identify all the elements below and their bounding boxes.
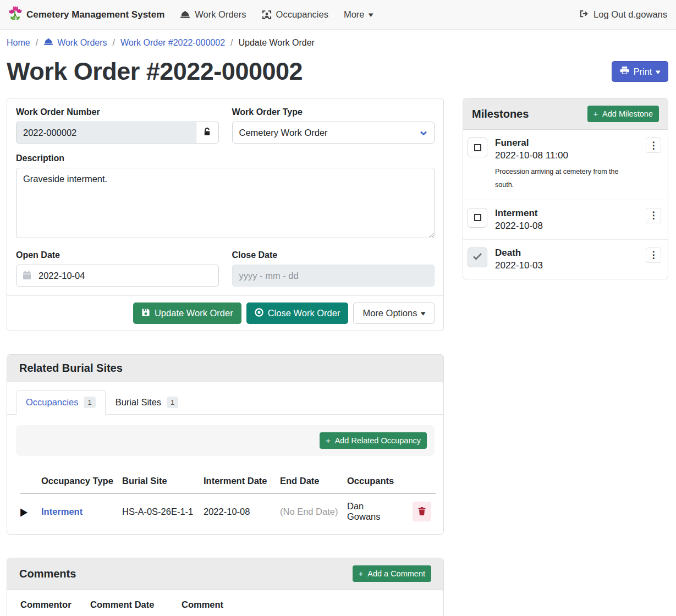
unlock-icon (203, 127, 211, 138)
close-work-order-button[interactable]: Close Work Order (246, 302, 349, 324)
comments-card: Comments + Add a Comment Commentor Comme… (7, 558, 444, 616)
check-icon (472, 252, 482, 262)
milestone-menu-button[interactable]: ⋮ (646, 248, 661, 263)
milestone-checkbox[interactable] (468, 208, 487, 228)
breadcrumb-home[interactable]: Home (7, 38, 30, 48)
related-burial-sites-title: Related Burial Sites (19, 362, 123, 375)
unlock-button[interactable] (196, 122, 219, 144)
nav-occupancies-label: Occupancies (276, 9, 328, 20)
calendar-icon (23, 271, 31, 282)
nav-more[interactable]: More ▾ (344, 9, 372, 20)
breadcrumb-work-order-number[interactable]: Work Order #2022-000002 (120, 38, 225, 48)
kebab-icon: ⋮ (649, 250, 658, 260)
col-comment: Comment (182, 594, 364, 616)
work-order-type-select[interactable]: Cemetery Work Order (232, 122, 435, 144)
add-related-occupancy-button[interactable]: + Add Related Occupancy (320, 432, 427, 449)
description-textarea[interactable]: Graveside interment. (16, 168, 435, 238)
breadcrumb-work-orders[interactable]: Work Orders (43, 37, 107, 48)
update-work-order-button[interactable]: Update Work Order (133, 302, 241, 324)
print-label: Print (634, 67, 652, 77)
end-date-value: (No End Date) (280, 493, 347, 530)
milestone-title: Funeral (495, 138, 638, 148)
plus-icon: + (593, 109, 598, 118)
work-order-number-input (16, 122, 196, 144)
trash-icon (418, 507, 426, 517)
milestone-title: Death (495, 248, 638, 258)
comments-table: Commentor Comment Date Comment d.gowans … (20, 594, 436, 616)
hard-hat-icon (43, 37, 53, 48)
caret-down-icon: ▾ (421, 310, 426, 317)
milestone-item-death: Death 2022-10-03 ⋮ (463, 240, 668, 279)
add-comment-button[interactable]: + Add a Comment (353, 565, 431, 582)
logout-icon (579, 9, 589, 20)
milestone-menu-button[interactable]: ⋮ (646, 208, 661, 223)
tulip-logo-icon (9, 6, 22, 24)
more-options-label: More Options (362, 308, 417, 318)
nav-work-orders[interactable]: Work Orders (180, 9, 246, 20)
milestone-checkbox[interactable] (468, 138, 487, 157)
update-work-order-label: Update Work Order (155, 308, 233, 318)
work-order-type-value: Cemetery Work Order (239, 128, 328, 138)
related-tabs: Occupancies 1 Burial Sites 1 (7, 390, 443, 415)
logout-label: Log Out d.gowans (593, 9, 667, 20)
printer-icon (620, 66, 629, 77)
print-button[interactable]: Print ▾ (612, 61, 668, 82)
occupancy-type-link[interactable]: Interment (41, 507, 83, 516)
nav-occupancies[interactable]: Occupancies (262, 9, 328, 20)
open-date-label: Open Date (16, 250, 219, 260)
plus-icon: + (326, 436, 330, 445)
milestones-card: Milestones + Add Milestone Funeral 2022-… (463, 98, 668, 279)
chevron-down-icon: ▾ (368, 11, 373, 18)
breadcrumb: Home / Work Orders / Work Order #2022-00… (0, 30, 676, 54)
work-order-type-label: Work Order Type (232, 107, 435, 117)
milestone-checkbox-checked[interactable] (468, 248, 487, 267)
related-burial-sites-card: Related Burial Sites Occupancies 1 Buria… (7, 354, 444, 535)
occupancies-toolbar: + Add Related Occupancy (16, 425, 435, 456)
col-occupancy-type: Occupancy Type (41, 470, 122, 493)
top-navbar: Cemetery Management System Work Orders O… (0, 0, 676, 30)
close-date-label: Close Date (232, 250, 435, 260)
milestone-title: Interment (495, 208, 638, 219)
col-burial-site: Burial Site (122, 470, 204, 493)
milestone-item-funeral: Funeral 2022-10-08 11:00 Procession arri… (463, 130, 668, 200)
save-icon (141, 308, 150, 319)
milestone-menu-button[interactable]: ⋮ (646, 138, 661, 153)
col-occupants: Occupants (347, 470, 403, 493)
occupants-value: Dan Gowans (347, 493, 403, 530)
burial-sites-count-badge: 1 (167, 397, 178, 408)
nav-more-label: More (344, 9, 365, 20)
milestone-description: Procession arriving at cemetery from the… (495, 166, 638, 192)
square-icon (474, 144, 481, 151)
comments-title: Comments (19, 568, 76, 580)
add-milestone-button[interactable]: + Add Milestone (587, 106, 659, 122)
milestone-date: 2022-10-03 (495, 260, 638, 271)
chevron-down-icon (420, 129, 427, 139)
interment-date-value: 2022-10-08 (204, 493, 280, 530)
tab-burial-sites[interactable]: Burial Sites 1 (106, 390, 189, 415)
work-order-form-card: Work Order Number (7, 98, 444, 331)
occupancies-count-badge: 1 (84, 397, 95, 408)
tab-occupancies[interactable]: Occupancies 1 (16, 390, 106, 415)
more-options-button[interactable]: More Options ▾ (353, 302, 435, 324)
occupancies-table: Occupancy Type Burial Site Interment Dat… (20, 470, 436, 530)
square-icon (474, 214, 481, 221)
milestone-date: 2022-10-08 11:00 (495, 150, 638, 161)
brand-label: Cemetery Management System (26, 9, 164, 20)
open-date-input[interactable] (16, 265, 219, 287)
close-work-order-label: Close Work Order (268, 308, 340, 318)
col-interment-date: Interment Date (204, 470, 280, 493)
app-brand[interactable]: Cemetery Management System (9, 6, 164, 24)
expand-row-icon[interactable]: ▶ (20, 505, 28, 518)
stop-circle-icon (255, 308, 263, 319)
caret-down-icon: ▾ (656, 68, 661, 75)
delete-occupancy-button[interactable] (413, 502, 431, 521)
hard-hat-icon (180, 10, 190, 19)
plus-icon: + (359, 569, 363, 578)
nav-work-orders-label: Work Orders (195, 9, 246, 20)
breadcrumb-current: Update Work Order (238, 38, 314, 48)
col-comment-date: Comment Date (90, 594, 182, 616)
kebab-icon: ⋮ (649, 211, 658, 220)
logout-button[interactable]: Log Out d.gowans (579, 9, 667, 20)
kebab-icon: ⋮ (649, 141, 658, 150)
burial-site-value: HS-A-0S-26E-1-1 (122, 493, 204, 530)
